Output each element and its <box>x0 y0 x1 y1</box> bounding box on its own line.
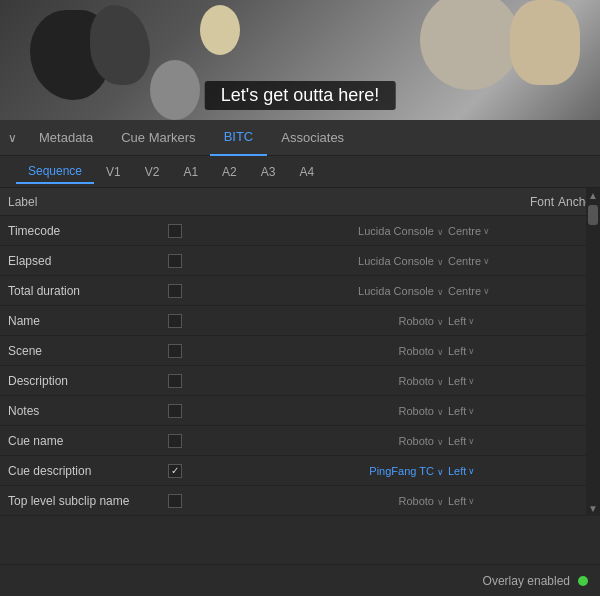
row-checkbox-cue-name[interactable] <box>168 434 182 448</box>
row-font-cue-name[interactable]: Roboto ∨ <box>198 435 448 447</box>
row-label-timecode: Timecode <box>8 224 168 238</box>
row-label-total-duration: Total duration <box>8 284 168 298</box>
row-checkbox-subclip-name[interactable] <box>168 494 182 508</box>
row-font-scene[interactable]: Roboto ∨ <box>198 345 448 357</box>
row-checkbox-elapsed[interactable] <box>168 254 182 268</box>
scrollbar[interactable]: ▲ ▼ <box>586 188 600 516</box>
row-font-name[interactable]: Roboto ∨ <box>198 315 448 327</box>
row-anchor-cue-name[interactable]: Left ∨ <box>448 435 558 447</box>
row-anchor-description[interactable]: Left ∨ <box>448 375 558 387</box>
row-anchor-total-duration[interactable]: Centre ∨ <box>448 285 558 297</box>
row-checkbox-total-duration[interactable] <box>168 284 182 298</box>
table-row: Elapsed Lucida Console ∨ Centre ∨ <box>0 246 586 276</box>
data-table: Label Font Anchor Timecode Lucida Consol… <box>0 188 600 516</box>
subtab-a4[interactable]: A4 <box>287 161 326 183</box>
subtab-v2[interactable]: V2 <box>133 161 172 183</box>
subtab-a2[interactable]: A2 <box>210 161 249 183</box>
row-font-notes[interactable]: Roboto ∨ <box>198 405 448 417</box>
row-anchor-name[interactable]: Left ∨ <box>448 315 558 327</box>
row-font-cue-description[interactable]: PingFang TC ∨ <box>198 465 448 477</box>
row-font-total-duration[interactable]: Lucida Console ∨ <box>198 285 448 297</box>
row-font-description[interactable]: Roboto ∨ <box>198 375 448 387</box>
row-checkbox-scene[interactable] <box>168 344 182 358</box>
row-anchor-scene[interactable]: Left ∨ <box>448 345 558 357</box>
row-checkbox-name[interactable] <box>168 314 182 328</box>
row-checkbox-cue-description[interactable]: ✓ <box>168 464 182 478</box>
row-anchor-notes[interactable]: Left ∨ <box>448 405 558 417</box>
tab-bar: ∨ Metadata Cue Markers BITC Associates <box>0 120 600 156</box>
subtab-bar: Sequence V1 V2 A1 A2 A3 A4 <box>0 156 600 188</box>
row-label-elapsed: Elapsed <box>8 254 168 268</box>
table-row: Cue name Roboto ∨ Left ∨ <box>0 426 586 456</box>
subtitle-text: Let's get outta here! <box>205 81 396 110</box>
row-label-notes: Notes <box>8 404 168 418</box>
overlay-status-dot <box>578 576 588 586</box>
row-anchor-timecode[interactable]: Centre ∨ <box>448 225 558 237</box>
row-label-name: Name <box>8 314 168 328</box>
scrollbar-thumb[interactable] <box>588 205 598 225</box>
scroll-down-icon[interactable]: ▼ <box>588 503 598 514</box>
table-row: Total duration Lucida Console ∨ Centre ∨ <box>0 276 586 306</box>
row-font-subclip-name[interactable]: Roboto ∨ <box>198 495 448 507</box>
tab-cue-markers[interactable]: Cue Markers <box>107 120 209 156</box>
row-label-subclip-name: Top level subclip name <box>8 494 168 508</box>
table-row: Scene Roboto ∨ Left ∨ <box>0 336 586 366</box>
subtab-v1[interactable]: V1 <box>94 161 133 183</box>
row-checkbox-notes[interactable] <box>168 404 182 418</box>
row-label-scene: Scene <box>8 344 168 358</box>
header-label: Label <box>8 195 338 209</box>
tab-metadata[interactable]: Metadata <box>25 120 107 156</box>
subtab-a3[interactable]: A3 <box>249 161 288 183</box>
scroll-up-icon[interactable]: ▲ <box>588 190 598 201</box>
header-anchor: Anchor <box>558 195 578 209</box>
table-row: Cue description ✓ PingFang TC ∨ Left ∨ <box>0 456 586 486</box>
row-label-description: Description <box>8 374 168 388</box>
table-header: Label Font Anchor <box>0 188 586 216</box>
tab-associates[interactable]: Associates <box>267 120 358 156</box>
table-row: Name Roboto ∨ Left ∨ <box>0 306 586 336</box>
row-font-elapsed[interactable]: Lucida Console ∨ <box>198 255 448 267</box>
row-anchor-subclip-name[interactable]: Left ∨ <box>448 495 558 507</box>
row-anchor-cue-description[interactable]: Left ∨ <box>448 465 558 477</box>
row-label-cue-description: Cue description <box>8 464 168 478</box>
row-checkbox-description[interactable] <box>168 374 182 388</box>
subtab-sequence[interactable]: Sequence <box>16 160 94 184</box>
subtab-a1[interactable]: A1 <box>171 161 210 183</box>
status-bar: Overlay enabled <box>0 564 600 596</box>
row-font-timecode[interactable]: Lucida Console ∨ <box>198 225 448 237</box>
tab-bitc[interactable]: BITC <box>210 120 268 156</box>
row-label-cue-name: Cue name <box>8 434 168 448</box>
table-row: Description Roboto ∨ Left ∨ <box>0 366 586 396</box>
table-row: Top level subclip name Roboto ∨ Left ∨ <box>0 486 586 516</box>
table-row: Notes Roboto ∨ Left ∨ <box>0 396 586 426</box>
row-anchor-elapsed[interactable]: Centre ∨ <box>448 255 558 267</box>
row-checkbox-timecode[interactable] <box>168 224 182 238</box>
tab-chevron-icon[interactable]: ∨ <box>8 131 17 145</box>
video-preview: Let's get outta here! <box>0 0 600 120</box>
overlay-status-label: Overlay enabled <box>483 574 570 588</box>
header-font: Font <box>458 195 558 209</box>
table-row: Timecode Lucida Console ∨ Centre ∨ <box>0 216 586 246</box>
